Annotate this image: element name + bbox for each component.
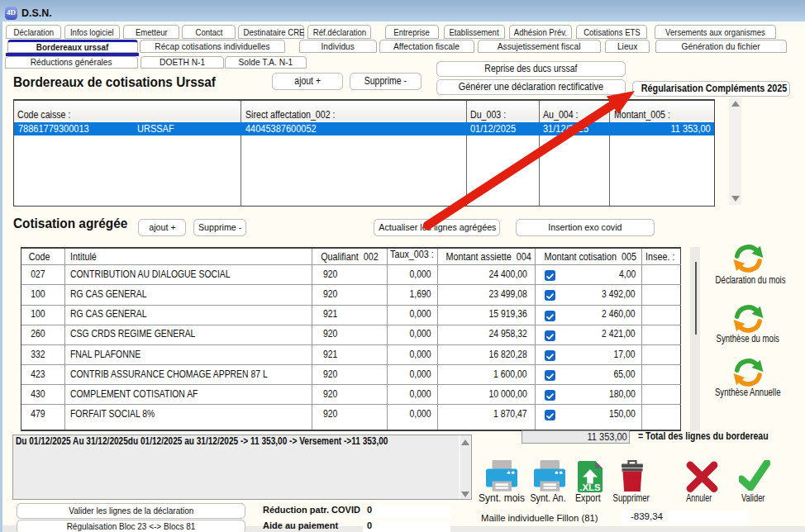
svg-text:.XLS: .XLS bbox=[579, 482, 601, 492]
